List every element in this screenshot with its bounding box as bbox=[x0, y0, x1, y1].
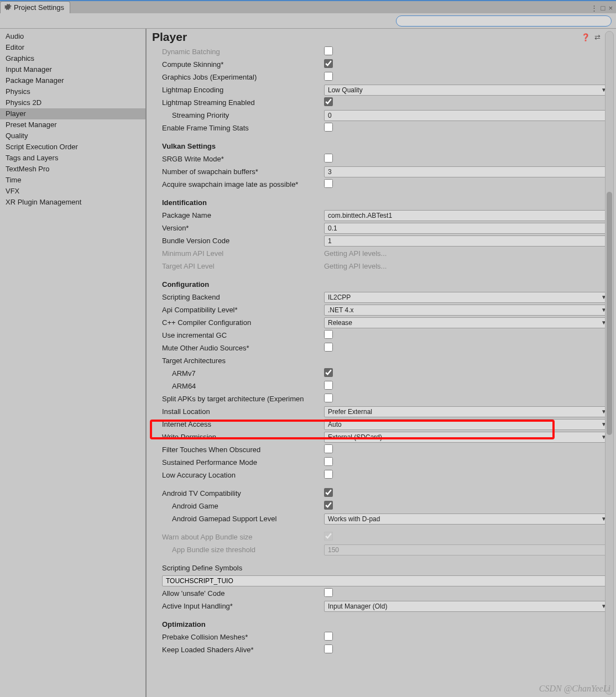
cpp-compiler-select[interactable]: Release▼ bbox=[324, 317, 610, 328]
low-accuracy-checkbox[interactable] bbox=[324, 470, 333, 479]
close-icon[interactable]: × bbox=[608, 4, 613, 12]
api-compat-select[interactable]: .NET 4.x▼ bbox=[324, 305, 610, 316]
srgb-write-label: SRGB Write Mode* bbox=[162, 155, 324, 163]
incremental-gc-checkbox[interactable] bbox=[324, 330, 333, 339]
arm64-checkbox[interactable] bbox=[324, 381, 333, 390]
incremental-gc-label: Use incremental GC bbox=[162, 331, 324, 339]
cpp-compiler-label: C++ Compiler Configuration bbox=[162, 318, 324, 327]
help-icon[interactable]: ❓ bbox=[581, 33, 590, 41]
acquire-late-checkbox[interactable] bbox=[324, 179, 333, 188]
srgb-write-checkbox[interactable] bbox=[324, 154, 333, 163]
scripting-backend-label: Scripting Backend bbox=[162, 293, 324, 301]
write-permission-select[interactable]: External (SDCard)▼ bbox=[324, 432, 610, 443]
tab-bar: Project Settings ⋮ □ × bbox=[0, 0, 616, 13]
low-accuracy-label: Low Accuracy Location bbox=[162, 471, 324, 479]
mute-audio-checkbox[interactable] bbox=[324, 343, 333, 352]
sidebar-item-textmesh-pro[interactable]: TextMesh Pro bbox=[0, 164, 145, 175]
lightmap-streaming-label: Lightmap Streaming Enabled bbox=[162, 98, 324, 107]
sidebar-item-time[interactable]: Time bbox=[0, 175, 145, 186]
lightmap-streaming-checkbox[interactable] bbox=[324, 97, 333, 106]
scrollbar-thumb[interactable] bbox=[607, 192, 612, 435]
armv7-label: ARMv7 bbox=[162, 369, 324, 378]
prebake-collision-checkbox[interactable] bbox=[324, 632, 333, 641]
lightmap-encoding-label: Lightmap Encoding bbox=[162, 86, 324, 94]
maximize-icon[interactable]: □ bbox=[601, 4, 605, 12]
version-input[interactable] bbox=[324, 223, 610, 234]
sidebar-item-quality[interactable]: Quality bbox=[0, 130, 145, 142]
target-arch-label: Target Architectures bbox=[162, 357, 324, 365]
acquire-late-label: Acquire swapchain image late as possible… bbox=[162, 180, 324, 188]
warn-bundle-checkbox bbox=[324, 532, 333, 541]
settings-scroll[interactable]: Dynamic Batching Compute Skinning* Graph… bbox=[147, 45, 616, 697]
streaming-priority-input[interactable] bbox=[324, 110, 610, 121]
write-permission-label: Write Permission bbox=[162, 433, 324, 441]
unsafe-code-checkbox[interactable] bbox=[324, 588, 333, 597]
watermark: CSDN @ChanYeeLi bbox=[539, 684, 610, 694]
sidebar-item-graphics[interactable]: Graphics bbox=[0, 53, 145, 64]
gamepad-support-select[interactable]: Works with D-pad▼ bbox=[324, 513, 610, 525]
frame-timing-label: Enable Frame Timing Stats bbox=[162, 124, 324, 132]
graphics-jobs-label: Graphics Jobs (Experimental) bbox=[162, 73, 324, 81]
preset-icon[interactable]: ⇄ bbox=[594, 33, 601, 41]
active-input-select[interactable]: Input Manager (Old)▼ bbox=[324, 601, 610, 612]
api-compat-label: Api Compatibility Level* bbox=[162, 306, 324, 314]
identification-section: Identification bbox=[162, 198, 324, 207]
lightmap-encoding-select[interactable]: Low Quality▼ bbox=[324, 85, 610, 96]
bundle-version-input[interactable] bbox=[324, 235, 610, 247]
android-game-label: Android Game bbox=[162, 502, 324, 510]
dynamic-batching-checkbox[interactable] bbox=[324, 46, 333, 55]
scrollbar[interactable] bbox=[605, 31, 614, 695]
vulkan-section: Vulkan Settings bbox=[162, 142, 324, 150]
more-icon[interactable]: ⋮ bbox=[591, 4, 598, 12]
sidebar-item-physics[interactable]: Physics bbox=[0, 86, 145, 97]
sidebar-item-tags-and-layers[interactable]: Tags and Layers bbox=[0, 153, 145, 164]
dynamic-batching-label: Dynamic Batching bbox=[162, 48, 324, 56]
sidebar-item-xr-plugin-management[interactable]: XR Plugin Management bbox=[0, 197, 145, 208]
scripting-backend-select[interactable]: IL2CPP▼ bbox=[324, 292, 610, 303]
sidebar-item-vfx[interactable]: VFX bbox=[0, 186, 145, 197]
frame-timing-checkbox[interactable] bbox=[324, 123, 333, 132]
configuration-section: Configuration bbox=[162, 280, 324, 289]
tab-label: Project Settings bbox=[14, 3, 64, 12]
package-name-input[interactable] bbox=[324, 210, 610, 221]
active-input-label: Active Input Handling* bbox=[162, 602, 324, 610]
define-symbols-label: Scripting Define Symbols bbox=[162, 564, 324, 572]
sidebar-item-editor[interactable]: Editor bbox=[0, 42, 145, 53]
sustained-perf-checkbox[interactable] bbox=[324, 457, 333, 466]
unsafe-code-label: Allow 'unsafe' Code bbox=[162, 589, 324, 598]
armv7-checkbox[interactable] bbox=[324, 368, 333, 377]
filter-touches-checkbox[interactable] bbox=[324, 444, 333, 453]
gamepad-support-label: Android Gamepad Support Level bbox=[162, 515, 324, 523]
package-name-label: Package Name bbox=[162, 211, 324, 219]
install-location-label: Install Location bbox=[162, 407, 324, 416]
compute-skinning-checkbox[interactable] bbox=[324, 59, 333, 68]
sidebar-item-preset-manager[interactable]: Preset Manager bbox=[0, 119, 145, 130]
sidebar: AudioEditorGraphicsInput ManagerPackage … bbox=[0, 29, 147, 697]
tab-project-settings[interactable]: Project Settings bbox=[0, 1, 70, 13]
bundle-version-label: Bundle Version Code bbox=[162, 237, 324, 245]
keep-shaders-checkbox[interactable] bbox=[324, 644, 333, 653]
page-title: Player bbox=[152, 30, 187, 44]
sidebar-item-physics-2d[interactable]: Physics 2D bbox=[0, 97, 145, 108]
sidebar-item-script-execution-order[interactable]: Script Execution Order bbox=[0, 142, 145, 153]
graphics-jobs-checkbox[interactable] bbox=[324, 72, 333, 81]
android-game-checkbox[interactable] bbox=[324, 501, 333, 510]
tv-compat-label: Android TV Compatibility bbox=[162, 489, 324, 497]
sidebar-item-input-manager[interactable]: Input Manager bbox=[0, 64, 145, 75]
arm64-label: ARM64 bbox=[162, 382, 324, 390]
sidebar-item-audio[interactable]: Audio bbox=[0, 31, 145, 42]
split-apk-checkbox[interactable] bbox=[324, 394, 333, 402]
search-bar bbox=[0, 13, 616, 29]
sidebar-item-player[interactable]: Player bbox=[0, 108, 145, 119]
search-input[interactable] bbox=[396, 15, 612, 27]
min-api-label: Minimum API Level bbox=[162, 249, 324, 258]
bundle-threshold-label: App Bundle size threshold bbox=[162, 546, 324, 554]
swapchain-buffers-input[interactable] bbox=[324, 166, 610, 177]
internet-access-select[interactable]: Auto▼ bbox=[324, 419, 610, 430]
split-apk-label: Split APKs by target architecture (Exper… bbox=[162, 395, 324, 403]
internet-access-label: Internet Access bbox=[162, 420, 324, 428]
install-location-select[interactable]: Prefer External▼ bbox=[324, 406, 610, 417]
define-symbols-input[interactable] bbox=[162, 575, 610, 586]
sidebar-item-package-manager[interactable]: Package Manager bbox=[0, 75, 145, 86]
tv-compat-checkbox[interactable] bbox=[324, 488, 333, 497]
